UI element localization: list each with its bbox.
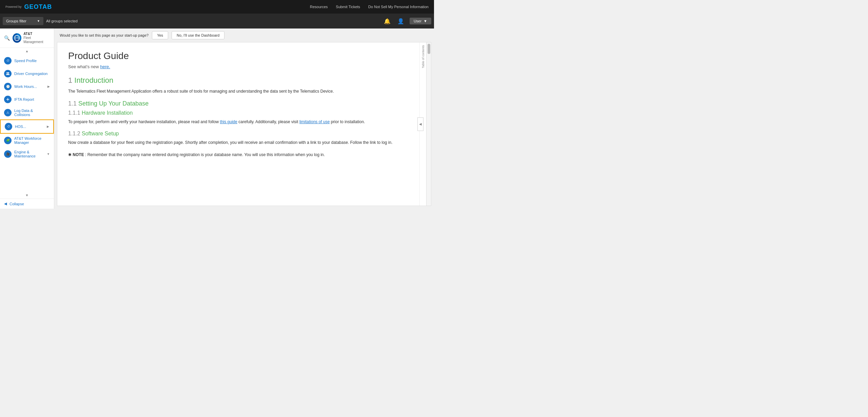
note-text: : Remember that the company name entered…: [85, 152, 325, 157]
att-workforce-label: AT&T Workforce Manager: [14, 136, 50, 145]
svg-point-4: [8, 72, 9, 74]
sidebar-item-engine-maintenance[interactable]: 🎥 Engine & Maintenance ▼: [0, 147, 54, 161]
user-dropdown-arrow-icon: ▼: [423, 19, 427, 23]
sidebar-item-speed-profile[interactable]: ⏱ Speed Profile: [0, 54, 54, 67]
filter-bar: Groups filter ▼ All groups selected 🔔 👤 …: [0, 14, 434, 29]
product-guide-content: Product Guide See what's new here. 1 Int…: [57, 42, 419, 206]
scrollbar-area[interactable]: [426, 42, 431, 206]
top-bar: Powered by GEOTAB Resources Submit Ticke…: [0, 0, 434, 14]
section-1-1-1-heading-text: Hardware Installation: [82, 110, 133, 116]
speed-profile-label: Speed Profile: [14, 59, 50, 63]
sidebar-item-work-hours[interactable]: 🕒 Work Hours... ▶: [0, 80, 54, 93]
section-1-1-heading: 1.1 Setting Up Your Database: [68, 100, 409, 107]
hos-arrow-icon: ▶: [47, 125, 49, 128]
log-data-label: Log Data & Collisions: [14, 109, 50, 117]
do-not-sell-link[interactable]: Do Not Sell My Personal Information: [368, 5, 429, 9]
work-hours-icon: 🕒: [4, 83, 12, 90]
all-groups-selected-text: All groups selected: [46, 19, 380, 23]
section-1-1-heading-text: Setting Up Your Database: [78, 100, 149, 107]
top-bar-links: Resources Submit Tickets Do Not Sell My …: [310, 5, 429, 9]
section-1-body: The Telematics Fleet Management Applicat…: [68, 88, 409, 95]
section-1-1-2-body: Now create a database for your fleet usi…: [68, 139, 409, 146]
engine-maintenance-label: Engine & Maintenance: [14, 150, 44, 158]
sidebar-scroll-up-button[interactable]: ▲: [0, 48, 54, 54]
filter-bar-right: 🔔 👤 User ▼: [382, 17, 431, 26]
submit-tickets-link[interactable]: Submit Tickets: [336, 5, 360, 9]
note-paragraph: ✱ NOTE : Remember that the company name …: [68, 152, 409, 158]
notification-icon[interactable]: 🔔: [382, 17, 392, 26]
sidebar-scroll-down-button[interactable]: ▼: [0, 192, 54, 198]
note-star-icon: ✱: [68, 152, 73, 157]
startup-bar: Would you like to set this page as your …: [54, 29, 434, 42]
this-guide-link[interactable]: this guide: [220, 119, 237, 124]
section-1-heading-text: Introduction: [74, 76, 113, 84]
main-layout: 🔍 AT&T Fleet Management ▲ ⏱: [0, 29, 434, 209]
content-wrapper: Product Guide See what's new here. 1 Int…: [57, 42, 431, 206]
sidebar: 🔍 AT&T Fleet Management ▲ ⏱: [0, 29, 54, 209]
sidebar-item-driver-congregation[interactable]: Driver Congregation: [0, 67, 54, 80]
speed-profile-icon: ⏱: [4, 57, 12, 64]
section-1-1-1-body: To prepare for, perform and verify your …: [68, 119, 409, 125]
section-1-1-2-heading-text: Software Setup: [82, 131, 119, 136]
search-icon[interactable]: 🔍: [4, 35, 10, 41]
groups-filter-label: Groups filter: [6, 19, 26, 23]
driver-congregation-icon: [4, 70, 12, 77]
engine-maintenance-icon: 🎥: [4, 150, 12, 158]
startup-question-text: Would you like to set this page as your …: [60, 33, 149, 37]
section-1-1-2-heading: 1.1.2 Software Setup: [68, 131, 409, 137]
hardware-body-post: prior to installation.: [331, 119, 365, 124]
groups-filter-arrow-icon: ▼: [37, 19, 40, 23]
hos-label: HOS...: [15, 125, 44, 129]
sidebar-item-ifta-report[interactable]: IFTA Report: [0, 93, 54, 106]
att-workforce-icon: 🧩: [4, 137, 12, 144]
collapse-arrow-icon: ◀: [4, 202, 7, 206]
user-dropdown-button[interactable]: User ▼: [410, 18, 431, 24]
tab-text: TAB: [39, 3, 52, 10]
user-icon[interactable]: 👤: [396, 17, 406, 26]
collapse-label: Collapse: [9, 202, 24, 206]
work-hours-label: Work Hours...: [14, 84, 45, 89]
subtitle-here-link[interactable]: here.: [100, 64, 110, 69]
powered-by-text: Powered by: [5, 5, 22, 9]
scrollbar-thumb[interactable]: [428, 44, 430, 54]
resources-link[interactable]: Resources: [310, 5, 328, 9]
sidebar-item-log-data[interactable]: ⚠ Log Data & Collisions: [0, 106, 54, 119]
work-hours-arrow-icon: ▶: [47, 85, 50, 88]
note-label: NOTE: [73, 152, 84, 157]
ifta-report-label: IFTA Report: [14, 97, 50, 101]
section-1-heading: 1 Introduction: [68, 76, 409, 85]
brand-name-text: AT&T Fleet Management: [23, 32, 50, 44]
yes-button[interactable]: Yes: [152, 31, 168, 39]
geotab-logo: GEOTAB: [24, 3, 52, 11]
brand-area: Powered by GEOTAB: [5, 3, 52, 11]
subtitle-text: See what's new: [68, 64, 100, 69]
sidebar-header: 🔍 AT&T Fleet Management: [0, 29, 54, 48]
hardware-body-pre: To prepare for, perform and verify your …: [68, 119, 220, 124]
engine-maintenance-chevron-icon: ▼: [47, 152, 50, 156]
sidebar-collapse-button[interactable]: ◀ Collapse: [0, 198, 54, 209]
groups-filter-button[interactable]: Groups filter ▼: [3, 17, 43, 25]
product-guide-title: Product Guide: [68, 51, 409, 61]
driver-congregation-label: Driver Congregation: [14, 72, 50, 76]
att-logo-circle: [13, 33, 21, 43]
toc-label: Table of contents: [421, 45, 425, 68]
sidebar-item-att-workforce[interactable]: 🧩 AT&T Workforce Manager: [0, 134, 54, 147]
limitations-link[interactable]: limitations of use: [299, 119, 330, 124]
collapse-toc-button[interactable]: ◀: [417, 117, 423, 131]
hardware-body-mid: carefully. Additionally, please visit: [238, 119, 299, 124]
product-guide-subtitle: See what's new here.: [68, 64, 409, 69]
no-dashboard-button[interactable]: No, I'll use the Dashboard: [172, 31, 224, 39]
geo-text: GEO: [24, 3, 39, 10]
svg-point-3: [6, 72, 8, 74]
section-1-1-1-heading: 1.1.1 Hardware Installation: [68, 110, 409, 116]
sidebar-item-hos[interactable]: ⏱ HOS... ▶: [0, 119, 54, 134]
hos-icon: ⏱: [5, 123, 12, 130]
user-name-text: User: [414, 19, 421, 23]
brand-logo: AT&T Fleet Management: [13, 32, 50, 44]
ifta-report-icon: [4, 96, 12, 103]
log-data-icon: ⚠: [4, 109, 12, 116]
sidebar-nav: ⏱ Speed Profile Driver Congregation 🕒 Wo…: [0, 54, 54, 192]
content-area: Would you like to set this page as your …: [54, 29, 434, 209]
